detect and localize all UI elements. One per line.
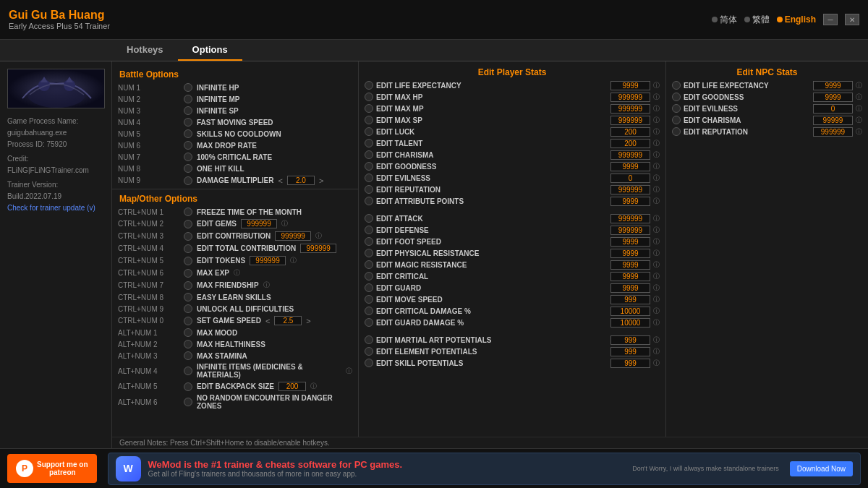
goodness-input[interactable] [610, 162, 650, 171]
phys-resist-input[interactable] [610, 249, 650, 258]
toggle-alt-num2[interactable] [184, 340, 192, 348]
toggle-ctrl-num6[interactable] [184, 269, 192, 278]
npc-reputation-info-icon[interactable]: ⓘ [856, 127, 862, 137]
minimize-button[interactable]: ─ [823, 14, 838, 25]
toggle-evilness[interactable] [365, 174, 373, 182]
toggle-guard-dmg[interactable] [365, 318, 373, 327]
toggle-talent[interactable] [365, 139, 373, 147]
toggle-luck[interactable] [365, 127, 373, 136]
luck-info-icon[interactable]: ⓘ [653, 127, 660, 137]
toggle-alt-num5[interactable] [184, 382, 192, 391]
max-mp-input[interactable] [610, 104, 650, 114]
toggle-phys-resist[interactable] [365, 249, 373, 257]
npc-life-exp-input[interactable] [813, 81, 853, 90]
life-exp-input[interactable] [610, 81, 650, 90]
critical-dmg-info-icon[interactable]: ⓘ [653, 307, 660, 316]
toggle-critical[interactable] [365, 272, 373, 281]
npc-evilness-input[interactable] [813, 104, 853, 114]
max-mp-info-icon[interactable]: ⓘ [653, 104, 660, 114]
gems-input[interactable] [241, 219, 277, 228]
toggle-life-exp[interactable] [365, 81, 373, 90]
element-pot-input[interactable] [610, 347, 650, 356]
toggle-martial-art[interactable] [365, 335, 373, 344]
move-speed-input[interactable] [610, 295, 650, 304]
toggle-ctrl-num7[interactable] [184, 281, 192, 290]
npc-toggle-evilness[interactable] [672, 104, 681, 113]
tokens-input[interactable] [250, 256, 286, 265]
npc-toggle-charisma[interactable] [672, 116, 681, 124]
contribution-input[interactable] [275, 231, 311, 241]
attack-input[interactable] [610, 214, 650, 223]
npc-life-exp-info-icon[interactable]: ⓘ [856, 81, 862, 90]
foot-speed-info-icon[interactable]: ⓘ [653, 237, 660, 247]
lang-traditional[interactable]: 繁體 [744, 14, 770, 26]
damage-arrow-left[interactable]: < [278, 176, 282, 185]
backpack-size-input[interactable] [278, 382, 306, 391]
npc-evilness-info-icon[interactable]: ⓘ [856, 104, 862, 114]
speed-arrow-left[interactable]: < [265, 317, 270, 325]
toggle-num8[interactable] [184, 164, 192, 173]
damage-arrow-right[interactable]: > [319, 176, 323, 185]
toggle-attack[interactable] [365, 214, 373, 223]
charisma-input[interactable] [610, 150, 650, 160]
npc-toggle-reputation[interactable] [672, 127, 681, 136]
toggle-max-sp[interactable] [365, 116, 373, 124]
critical-info-icon[interactable]: ⓘ [653, 272, 660, 281]
attr-points-info-icon[interactable]: ⓘ [653, 197, 660, 206]
toggle-foot-speed[interactable] [365, 237, 373, 246]
npc-charisma-info-icon[interactable]: ⓘ [856, 116, 862, 125]
toggle-alt-num3[interactable] [184, 351, 192, 360]
attr-points-input[interactable] [610, 197, 650, 206]
wemod-banner[interactable]: W WeMod is the #1 trainer & cheats softw… [108, 453, 861, 485]
patreon-button[interactable]: P Support me on patreon [7, 454, 97, 483]
close-button[interactable]: ✕ [845, 14, 859, 25]
martial-art-info-icon[interactable]: ⓘ [653, 335, 660, 345]
toggle-max-hp[interactable] [365, 93, 373, 101]
toggle-num2[interactable] [184, 95, 192, 103]
evilness-info-icon[interactable]: ⓘ [653, 174, 660, 183]
toggle-num9[interactable] [184, 176, 192, 185]
guard-info-icon[interactable]: ⓘ [653, 283, 660, 293]
max-exp-info-icon[interactable]: ⓘ [234, 268, 240, 278]
evilness-input[interactable] [610, 174, 650, 183]
game-speed-input[interactable] [274, 316, 302, 325]
npc-charisma-input[interactable] [813, 116, 853, 125]
npc-toggle-goodness[interactable] [672, 93, 681, 101]
tokens-info-icon[interactable]: ⓘ [290, 256, 297, 265]
max-friendship-info-icon[interactable]: ⓘ [263, 281, 270, 290]
toggle-reputation[interactable] [365, 185, 373, 194]
talent-info-icon[interactable]: ⓘ [653, 139, 660, 148]
goodness-info-icon[interactable]: ⓘ [653, 162, 660, 171]
damage-mult-input[interactable] [287, 176, 315, 185]
toggle-ctrl-num1[interactable] [184, 207, 192, 216]
element-pot-info-icon[interactable]: ⓘ [653, 347, 660, 356]
toggle-num3[interactable] [184, 106, 192, 115]
toggle-attr-points[interactable] [365, 197, 373, 205]
toggle-num7[interactable] [184, 153, 192, 161]
backpack-size-info-icon[interactable]: ⓘ [310, 382, 317, 391]
guard-input[interactable] [610, 283, 650, 293]
tab-options[interactable]: Options [178, 40, 242, 61]
toggle-critical-dmg[interactable] [365, 307, 373, 315]
toggle-alt-num6[interactable] [184, 398, 192, 406]
defense-input[interactable] [610, 226, 650, 235]
infinite-items-info-icon[interactable]: ⓘ [346, 367, 352, 376]
toggle-move-speed[interactable] [365, 295, 373, 304]
toggle-num1[interactable] [184, 83, 192, 92]
magic-resist-info-icon[interactable]: ⓘ [653, 260, 660, 270]
phys-resist-info-icon[interactable]: ⓘ [653, 249, 660, 258]
toggle-ctrl-num3[interactable] [184, 232, 192, 241]
toggle-num6[interactable] [184, 141, 192, 150]
lang-simplified[interactable]: 简体 [712, 14, 737, 26]
toggle-alt-num4[interactable] [184, 367, 192, 375]
toggle-ctrl-num9[interactable] [184, 304, 192, 313]
toggle-ctrl-num0[interactable] [184, 317, 192, 325]
gems-info-icon[interactable]: ⓘ [281, 219, 288, 228]
lang-english[interactable]: English [777, 14, 816, 25]
guard-dmg-input[interactable] [610, 318, 650, 328]
skill-pot-input[interactable] [610, 359, 650, 368]
toggle-guard[interactable] [365, 283, 373, 292]
toggle-max-mp[interactable] [365, 104, 373, 113]
total-contribution-input[interactable] [300, 244, 336, 253]
foot-speed-input[interactable] [610, 237, 650, 247]
